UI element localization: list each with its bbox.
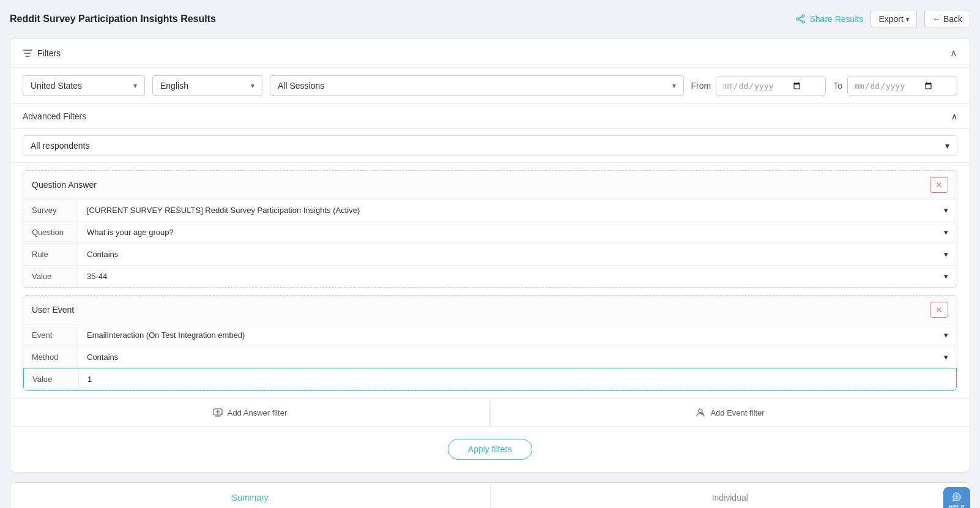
language-select[interactable]: English ▾	[152, 75, 262, 96]
survey-field-row: Survey [CURRENT SURVEY RESULTS] Reddit S…	[23, 199, 957, 221]
user-event-delete-icon: ✕	[935, 305, 943, 315]
question-field-row: Question What is your age group? ▾	[23, 221, 957, 243]
bottom-tabs-card: Summary Individual	[10, 482, 970, 508]
qa-value-field-value[interactable]: 35-44 ▾	[78, 266, 957, 287]
rule-field-row: Rule Contains ▾	[23, 243, 957, 265]
help-button[interactable]: HELP	[943, 487, 970, 508]
event-field-row: Event EmailInteraction (On Test Integrat…	[23, 324, 957, 346]
add-answer-icon	[213, 408, 223, 417]
question-answer-block: Question Answer ✕ Survey [CURRENT SURVEY…	[23, 170, 957, 288]
export-button[interactable]: Export ▾	[870, 10, 916, 28]
filter-icon	[23, 48, 32, 58]
sessions-select[interactable]: All Sessions ▾	[270, 75, 684, 96]
add-answer-filter-button[interactable]: Add Answer filter	[10, 399, 490, 426]
filters-header: Filters ∧	[10, 39, 970, 68]
advanced-filters-toggle[interactable]: Advanced Filters ∧	[10, 104, 970, 129]
survey-chevron-icon: ▾	[944, 206, 948, 215]
add-event-icon	[696, 408, 705, 417]
rule-chevron-icon: ▾	[944, 250, 948, 259]
date-from-input[interactable]	[722, 81, 802, 91]
page-header: Reddit Survey Participation Insights Res…	[10, 10, 970, 28]
filters-row: United States ▾ English ▾ All Sessions ▾…	[10, 68, 970, 104]
respondents-chevron-icon: ▾	[945, 141, 949, 151]
ue-value-field-value	[79, 368, 956, 390]
svg-point-2	[802, 21, 804, 23]
ue-value-field-row: Value	[23, 368, 957, 390]
delete-icon: ✕	[935, 180, 943, 190]
user-event-header: User Event ✕	[23, 296, 957, 324]
apply-filters-row: Apply filters	[10, 426, 970, 472]
main-card: Filters ∧ United States ▾ English ▾ All …	[10, 38, 970, 473]
svg-point-1	[796, 18, 799, 20]
date-to-label: To	[833, 81, 842, 91]
svg-line-4	[799, 20, 802, 21]
country-chevron-icon: ▾	[133, 81, 137, 90]
filters-collapse-icon[interactable]: ∧	[950, 47, 957, 59]
qa-value-field-row: Value 35-44 ▾	[23, 265, 957, 287]
rule-field-value[interactable]: Contains ▾	[78, 244, 957, 265]
page-title: Reddit Survey Participation Insights Res…	[10, 13, 216, 24]
question-answer-header: Question Answer ✕	[23, 171, 957, 199]
filters-title-row: Filters	[23, 48, 61, 58]
respondents-select[interactable]: All respondents ▾	[23, 135, 957, 156]
event-field-value[interactable]: EmailInteraction (On Test Integration em…	[78, 324, 957, 346]
method-field-row: Method Contains ▾	[23, 346, 957, 368]
svg-point-6	[699, 409, 702, 413]
back-arrow-icon: ←	[932, 14, 941, 24]
survey-field-value[interactable]: [CURRENT SURVEY RESULTS] Reddit Survey P…	[78, 200, 957, 221]
svg-point-0	[802, 15, 804, 17]
user-event-block: User Event ✕ Event EmailInteraction (On …	[23, 295, 957, 391]
question-field-value[interactable]: What is your age group? ▾	[78, 222, 957, 243]
sessions-chevron-icon: ▾	[672, 81, 676, 90]
tab-summary[interactable]: Summary	[10, 483, 490, 508]
advanced-filters-chevron-icon: ∧	[951, 111, 957, 121]
language-chevron-icon: ▾	[251, 81, 254, 90]
event-chevron-icon: ▾	[944, 331, 948, 340]
tab-individual[interactable]: Individual	[491, 483, 970, 508]
svg-line-3	[799, 17, 802, 18]
user-event-delete-button[interactable]: ✕	[930, 302, 948, 318]
question-answer-delete-button[interactable]: ✕	[930, 177, 948, 193]
respondents-row: All respondents ▾	[10, 129, 970, 163]
export-chevron-icon: ▾	[906, 16, 909, 23]
date-from-wrapper	[716, 77, 826, 95]
date-from-label: From	[691, 81, 711, 91]
date-to-input[interactable]	[854, 81, 934, 91]
method-field-value[interactable]: Contains ▾	[78, 346, 957, 368]
date-to-wrapper	[847, 77, 957, 95]
add-filters-row: Add Answer filter Add Event filter	[10, 398, 970, 426]
share-results-button[interactable]: Share Results	[796, 14, 863, 24]
share-icon	[796, 14, 806, 24]
qa-value-chevron-icon: ▾	[944, 272, 948, 281]
ue-value-input[interactable]	[87, 368, 948, 390]
question-chevron-icon: ▾	[944, 228, 948, 237]
method-chevron-icon: ▾	[944, 353, 948, 362]
help-rocket-icon	[951, 491, 962, 502]
country-select[interactable]: United States ▾	[23, 75, 145, 96]
back-button[interactable]: ← Back	[924, 10, 970, 28]
header-actions: Share Results Export ▾ ← Back	[796, 10, 970, 28]
add-event-filter-button[interactable]: Add Event filter	[491, 399, 970, 426]
apply-filters-button[interactable]: Apply filters	[448, 439, 532, 460]
